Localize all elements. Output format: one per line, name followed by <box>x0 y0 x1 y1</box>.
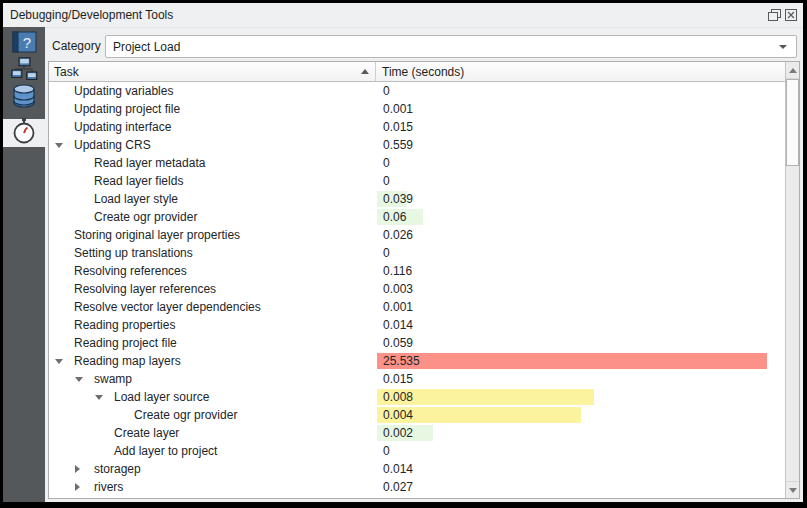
table-row[interactable]: storagep0.014 <box>49 460 785 478</box>
category-dropdown-value: Project Load <box>106 40 180 54</box>
expanded-arrow-icon[interactable] <box>55 359 63 364</box>
time-value: 0 <box>377 174 390 188</box>
collapsed-arrow-icon[interactable] <box>75 483 80 491</box>
tree-indent <box>55 262 74 280</box>
profiler-table: Task Time (seconds) Updating variables0U… <box>48 61 800 499</box>
table-row[interactable]: Resolving references0.116 <box>49 262 785 280</box>
task-name: Updating CRS <box>74 138 151 152</box>
table-row[interactable]: Updating interface0.015 <box>49 118 785 136</box>
task-name: storagep <box>94 462 141 476</box>
tree-indent <box>75 208 94 226</box>
table-row[interactable]: Setting up translations0 <box>49 244 785 262</box>
tree-indent <box>55 82 74 100</box>
tree-indent <box>95 388 114 406</box>
table-row[interactable]: Reading map layers25.535 <box>49 352 785 370</box>
table-row[interactable]: Read layer metadata0 <box>49 154 785 172</box>
time-value: 0.001 <box>377 102 413 116</box>
task-name: Updating variables <box>74 84 173 98</box>
tree-indent <box>75 190 94 208</box>
tree-indent <box>75 154 94 172</box>
panel-title: Debugging/Development Tools <box>3 8 173 22</box>
time-value: 0.039 <box>377 192 413 206</box>
time-value: 0.014 <box>377 462 413 476</box>
time-value: 0 <box>377 156 390 170</box>
table-row[interactable]: Resolving layer references0.003 <box>49 280 785 298</box>
tree-indent <box>55 100 74 118</box>
sidebar-item-network-logger[interactable] <box>3 57 45 84</box>
expanded-arrow-icon[interactable] <box>95 395 103 400</box>
task-name: Load layer style <box>94 192 178 206</box>
time-value: 0.027 <box>377 480 413 494</box>
table-row[interactable]: Add layer to project0 <box>49 442 785 460</box>
scrollbar-thumb[interactable] <box>786 79 799 166</box>
table-row[interactable]: Resolve vector layer dependencies0.001 <box>49 298 785 316</box>
table-header: Task Time (seconds) <box>49 62 799 82</box>
table-row[interactable]: Updating project file0.001 <box>49 100 785 118</box>
time-value: 0.06 <box>377 210 406 224</box>
table-row[interactable]: rivers0.027 <box>49 478 785 496</box>
table-row[interactable]: Create ogr provider0.06 <box>49 208 785 226</box>
table-row[interactable]: Updating variables0 <box>49 82 785 100</box>
category-dropdown[interactable]: Project Load <box>105 35 797 58</box>
scrollbar-down-button[interactable] <box>786 481 799 498</box>
table-row[interactable]: Read layer fields0 <box>49 172 785 190</box>
tree-indent <box>55 136 74 154</box>
debugging-tools-panel: Debugging/Development Tools <box>3 3 803 502</box>
time-value: 0.001 <box>377 300 413 314</box>
task-name: Create layer <box>114 426 179 440</box>
tree-indent <box>95 442 114 460</box>
task-name: rivers <box>94 480 123 494</box>
task-name: Read layer fields <box>94 174 183 188</box>
tree-indent <box>75 172 94 190</box>
expanded-arrow-icon[interactable] <box>75 377 83 382</box>
time-value: 25.535 <box>377 354 420 368</box>
table-row[interactable]: Create ogr provider0.004 <box>49 406 785 424</box>
task-name: Setting up translations <box>74 246 193 260</box>
tree-indent <box>115 406 134 424</box>
task-name: Updating interface <box>74 120 171 134</box>
tree-indent <box>55 118 74 136</box>
sidebar-item-help[interactable]: ? <box>3 30 45 57</box>
task-name: Resolving references <box>74 264 187 278</box>
expanded-arrow-icon[interactable] <box>55 143 63 148</box>
task-name: Reading project file <box>74 336 177 350</box>
task-name: Create ogr provider <box>94 210 197 224</box>
task-name: Reading map layers <box>74 354 181 368</box>
time-value: 0.559 <box>377 138 413 152</box>
time-value: 0.008 <box>377 390 413 404</box>
table-row[interactable]: Storing original layer properties0.026 <box>49 226 785 244</box>
database-query-logger-icon <box>11 84 37 112</box>
collapsed-arrow-icon[interactable] <box>75 465 80 473</box>
vertical-scrollbar[interactable] <box>785 62 799 498</box>
table-row[interactable]: Load layer source0.008 <box>49 388 785 406</box>
time-column-label: Time (seconds) <box>382 65 464 79</box>
sidebar-item-profiler[interactable] <box>3 119 45 147</box>
task-name: Add layer to project <box>114 444 217 458</box>
task-name: Storing original layer properties <box>74 228 240 242</box>
tree-indent <box>75 370 94 388</box>
time-value: 0 <box>377 444 390 458</box>
network-logger-icon <box>11 57 38 85</box>
table-row[interactable]: Create layer0.002 <box>49 424 785 442</box>
table-row[interactable]: Reading project file0.059 <box>49 334 785 352</box>
time-value: 0.116 <box>377 264 412 278</box>
task-column-label: Task <box>54 65 79 79</box>
table-row[interactable]: swamp0.015 <box>49 370 785 388</box>
time-value: 0.015 <box>377 372 413 386</box>
table-rows: Updating variables0Updating project file… <box>49 82 785 498</box>
table-row[interactable]: Updating CRS0.559 <box>49 136 785 154</box>
scrollbar-up-button[interactable] <box>786 62 799 79</box>
close-icon[interactable] <box>784 9 798 22</box>
task-name: Resolve vector layer dependencies <box>74 300 261 314</box>
time-value: 0 <box>377 246 390 260</box>
table-row[interactable]: Reading properties0.014 <box>49 316 785 334</box>
chevron-down-icon <box>779 45 787 49</box>
column-header-time[interactable]: Time (seconds) <box>376 62 799 81</box>
column-header-task[interactable]: Task <box>49 62 376 81</box>
help-book-icon: ? <box>12 31 37 57</box>
float-window-icon[interactable] <box>767 9 781 22</box>
task-name: Read layer metadata <box>94 156 205 170</box>
sidebar-item-query-logger[interactable] <box>3 84 45 111</box>
tree-indent <box>55 334 74 352</box>
table-row[interactable]: Load layer style0.039 <box>49 190 785 208</box>
